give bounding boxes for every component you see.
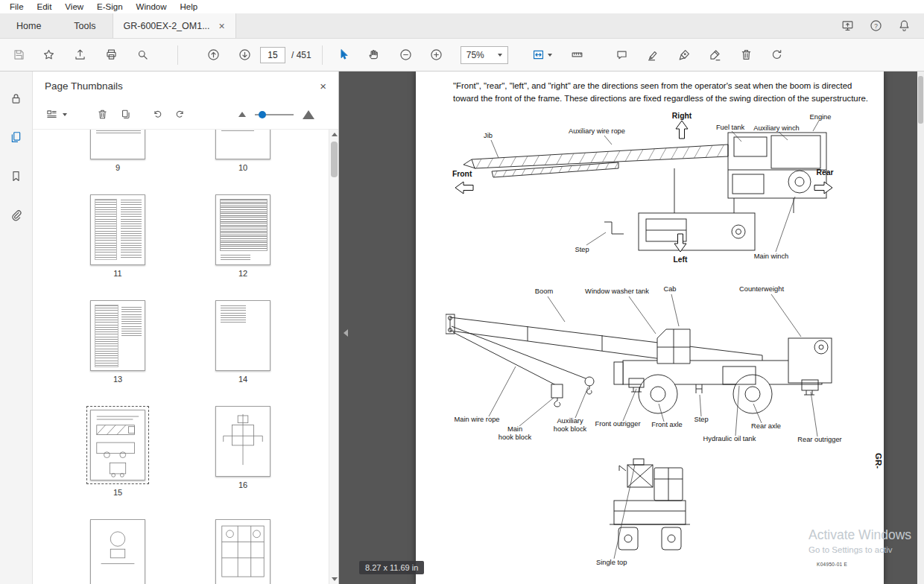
hand-icon	[367, 48, 381, 62]
save-button[interactable]	[7, 44, 30, 66]
label-boom: Boom	[535, 288, 554, 295]
scroll-up-button[interactable]	[332, 133, 338, 136]
label-window-washer-tank: Window washer tank	[585, 288, 649, 295]
bell-icon	[897, 19, 911, 33]
page-edge-tab: GR-	[874, 453, 883, 469]
main-toolbar: / 451 75%	[0, 39, 924, 72]
page-number-input[interactable]	[260, 47, 285, 63]
scroll-down-button[interactable]	[332, 577, 338, 581]
delete-pages-button[interactable]	[735, 44, 758, 66]
zoom-level-dropdown[interactable]: 75%	[461, 46, 508, 64]
menu-help[interactable]: Help	[174, 1, 205, 12]
previous-page-button[interactable]	[202, 44, 224, 66]
tab-tools[interactable]: Tools	[57, 13, 112, 38]
menu-esign[interactable]: E-Sign	[90, 1, 130, 12]
thumbnail-page-13[interactable]: 13	[90, 300, 145, 384]
page-intro-text: "Front", "rear", "left", and "right" are…	[453, 80, 868, 105]
label-front-axle: Front axle	[651, 421, 682, 428]
thumbnail-page-15-selected[interactable]: 15	[86, 406, 149, 497]
thumbnail-number: 11	[113, 269, 121, 278]
document-tab-title: GR-600EX-2_OM1...	[124, 21, 210, 31]
thumbnail-size-slider[interactable]	[255, 114, 294, 115]
pages-icon	[9, 130, 23, 145]
screen-share-button[interactable]	[836, 15, 858, 37]
trash-icon	[96, 108, 109, 121]
crane-front-view-figure: Single top	[587, 456, 714, 568]
label-front: Front	[452, 170, 472, 178]
intro-line-1: "Front", "rear", "left", and "right" are…	[453, 80, 868, 92]
thumbnail-options-button[interactable]	[42, 105, 61, 124]
label-rear: Rear	[817, 168, 834, 177]
insert-pages-button[interactable]	[116, 105, 136, 124]
comment-tool-button[interactable]	[611, 44, 633, 66]
label-aux-hook-block-line1: Auxiliary	[557, 417, 583, 425]
label-fuel-tank: Fuel tank	[716, 124, 745, 131]
delete-page-button[interactable]	[92, 105, 112, 124]
scrollbar-thumb[interactable]	[331, 142, 338, 177]
label-aux-hook-block-line2: hook block	[554, 425, 587, 433]
thumbnail-page-11[interactable]: 11	[90, 194, 145, 278]
thumbnail-page-12[interactable]: 12	[215, 194, 270, 278]
highlight-tool-button[interactable]	[642, 44, 665, 66]
label-counterweight: Counterweight	[739, 285, 784, 293]
fit-width-dropdown[interactable]	[528, 44, 556, 66]
thumbnail-page-10[interactable]: 10	[215, 130, 270, 172]
sign-tool-button[interactable]	[674, 44, 696, 66]
print-button[interactable]	[100, 44, 122, 66]
zoom-out-button[interactable]	[395, 44, 417, 66]
document-page-15: "Front", "rear", "left", and "right" are…	[416, 72, 884, 584]
select-tool-button[interactable]	[333, 44, 355, 66]
rotate-left-button[interactable]	[148, 105, 167, 124]
selected-thumbnail-border	[86, 406, 149, 484]
attachments-panel-button[interactable]	[6, 204, 27, 225]
notifications-button[interactable]	[893, 15, 915, 37]
activate-windows-watermark: Activate Windows Go to Settings to activ	[808, 527, 911, 554]
thumbnail-number: 15	[113, 488, 122, 497]
measure-tool-button[interactable]	[566, 44, 589, 66]
fill-sign-tool-button[interactable]	[704, 44, 727, 66]
document-scrollbar[interactable]	[917, 72, 924, 584]
close-panel-button[interactable]: ×	[320, 80, 326, 92]
comment-icon	[615, 48, 629, 62]
hand-tool-button[interactable]	[363, 44, 385, 66]
thumbnail-page-17[interactable]: 17	[90, 519, 145, 584]
crane-travel-view-figure: Boom Window washer tank Cab Counterweigh…	[446, 283, 848, 451]
slider-handle[interactable]	[259, 111, 266, 118]
close-document-tab-button[interactable]: ×	[219, 21, 225, 31]
favorites-button[interactable]	[37, 44, 60, 66]
menu-view[interactable]: View	[58, 1, 90, 12]
rotate-right-button[interactable]	[170, 105, 189, 124]
label-main-winch: Main winch	[754, 253, 789, 260]
panel-scrollbar[interactable]	[329, 130, 338, 584]
upload-button[interactable]	[69, 44, 91, 66]
label-main-hook-block-line1: Main	[507, 425, 522, 433]
search-button[interactable]	[131, 44, 154, 66]
label-hydraulic-oil-tank: Hydraulic oil tank	[703, 435, 756, 442]
bookmarks-panel-button[interactable]	[6, 165, 27, 186]
refresh-button[interactable]	[766, 44, 788, 66]
intro-line-2: toward the front of the frame. These dir…	[453, 92, 868, 105]
page-count-label: / 451	[291, 50, 311, 60]
menu-edit[interactable]: Edit	[31, 1, 59, 12]
thumbnail-page-16[interactable]: 16	[215, 406, 270, 497]
menu-window[interactable]: Window	[130, 1, 174, 12]
thumbnail-number: 16	[238, 480, 247, 489]
document-scrollbar-thumb[interactable]	[918, 76, 923, 124]
tab-document[interactable]: GR-600EX-2_OM1... ×	[113, 13, 236, 38]
help-button[interactable]: ?	[864, 15, 887, 37]
thumbnails-panel-button[interactable]	[6, 127, 27, 147]
chevron-down-icon	[498, 54, 502, 57]
next-page-button[interactable]	[233, 44, 256, 66]
thumbnail-page-18[interactable]: 18	[215, 519, 270, 584]
thumbnail-page-9[interactable]: 9	[90, 130, 145, 172]
fill-sign-icon	[708, 48, 722, 62]
thumbnail-page-14[interactable]: 14	[215, 300, 270, 384]
security-panel-button[interactable]	[6, 88, 27, 109]
collapse-panel-button[interactable]	[341, 325, 351, 341]
page-dimensions-badge: 8.27 x 11.69 in	[359, 561, 424, 574]
zoom-in-button[interactable]	[425, 44, 448, 66]
tab-home[interactable]: Home	[0, 13, 57, 38]
menu-file[interactable]: File	[3, 1, 31, 12]
thumbnail-list: 9 10 11 12 13	[33, 130, 338, 584]
arrow-up-circle-icon	[206, 48, 221, 62]
